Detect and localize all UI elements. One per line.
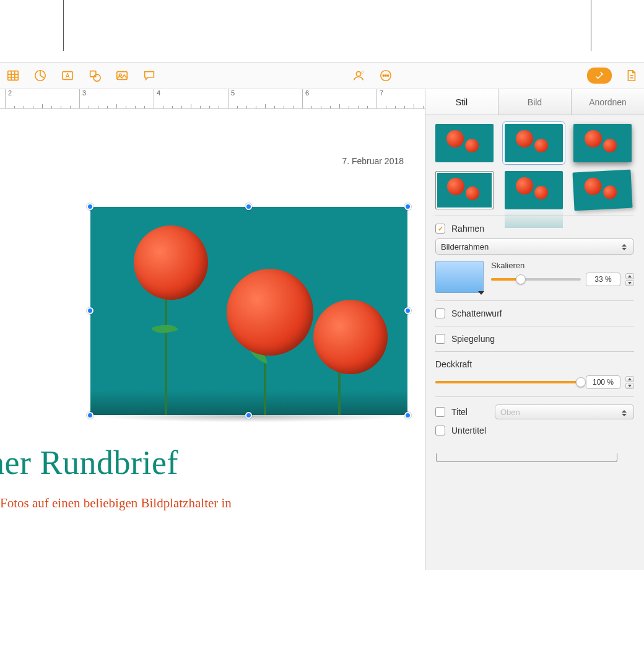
frame-label: Rahmen [451, 224, 484, 234]
document-icon[interactable] [623, 68, 639, 84]
format-inspector: Stil Bild Anordnen Rahmen Bilderrahmen [425, 89, 644, 570]
reflection-checkbox[interactable] [435, 334, 445, 344]
title-placement-value: Oben [500, 408, 520, 417]
frame-checkbox[interactable] [435, 224, 445, 234]
opacity-slider[interactable] [435, 381, 581, 383]
tab-style[interactable]: Stil [425, 89, 498, 115]
ruler-mark: 5 [228, 89, 235, 109]
scale-label: Skalieren [491, 261, 634, 270]
style-thumb[interactable] [573, 171, 632, 209]
ruler: 2 3 4 5 6 7 [0, 89, 425, 109]
collaborate-icon[interactable] [350, 68, 367, 84]
style-thumb[interactable] [505, 124, 563, 162]
chart-icon[interactable] [32, 68, 48, 84]
svg-rect-8 [90, 71, 96, 77]
document-title[interactable]: icher Rundbrief [0, 444, 178, 482]
style-thumb[interactable] [435, 171, 494, 209]
frame-type-select[interactable]: Bilderrahmen [435, 238, 634, 255]
shadow-checkbox[interactable] [435, 308, 445, 318]
document-canvas[interactable]: 7. Februar 2018 icher Rundbrief eigene F… [0, 109, 425, 570]
frame-section: Rahmen Bilderrahmen Skalieren 33 % [435, 216, 634, 300]
ruler-mark: 2 [5, 89, 12, 109]
svg-point-19 [387, 75, 388, 76]
svg-text:A: A [66, 72, 70, 79]
reflection-section: Spiegelung [435, 326, 634, 351]
scale-value[interactable]: 33 % [586, 273, 620, 286]
document-date: 7. Februar 2018 [342, 156, 404, 166]
resize-handle[interactable] [404, 307, 411, 314]
opacity-stepper[interactable] [625, 376, 634, 389]
document-subtitle[interactable]: eigene Fotos auf einen beliebigen Bildpl… [0, 493, 232, 533]
slider-knob[interactable] [516, 274, 526, 284]
tab-arrange[interactable]: Anordnen [572, 89, 644, 115]
scale-slider[interactable] [491, 278, 581, 281]
slider-knob[interactable] [576, 377, 586, 387]
chevron-updown-icon [619, 242, 630, 253]
title-placement-select[interactable]: Oben [495, 404, 634, 419]
callout-bracket [436, 453, 617, 462]
media-icon[interactable] [114, 68, 130, 84]
ruler-mark: 7 [376, 89, 383, 109]
title-label: Titel [451, 407, 489, 417]
chevron-updown-icon [619, 408, 630, 419]
selected-image[interactable] [90, 207, 407, 415]
callout-line [63, 0, 64, 51]
shadow-section: Schattenwurf [435, 300, 634, 326]
shadow-label: Schattenwurf [451, 308, 502, 318]
svg-point-9 [94, 74, 100, 81]
opacity-label: Deckkraft [435, 359, 634, 369]
frame-type-value: Bilderrahmen [441, 242, 489, 251]
frame-preview[interactable] [435, 261, 484, 293]
resize-handle[interactable] [87, 412, 94, 419]
resize-handle[interactable] [87, 307, 94, 314]
style-thumb[interactable] [435, 124, 494, 162]
table-icon[interactable] [5, 68, 21, 84]
style-thumb[interactable] [573, 124, 632, 162]
more-icon[interactable] [378, 68, 394, 84]
ruler-mark: 3 [79, 89, 86, 109]
svg-rect-0 [8, 71, 19, 81]
svg-point-18 [385, 75, 386, 76]
placeholder-photo [90, 207, 407, 415]
subtitle-line: eigene Fotos auf einen beliebigen Bildpl… [0, 496, 232, 510]
ruler-mark: 4 [154, 89, 160, 109]
toolbar: A [0, 62, 644, 89]
inspector-tabs: Stil Bild Anordnen [425, 89, 644, 115]
subtitle-label: Untertitel [451, 426, 486, 435]
style-thumbnails [435, 124, 634, 209]
subtitle-checkbox[interactable] [435, 426, 445, 435]
format-button[interactable] [587, 68, 612, 84]
title-section: Titel Oben Untertitel [435, 396, 634, 443]
resize-handle[interactable] [87, 203, 94, 210]
reflection-label: Spiegelung [451, 334, 495, 344]
blank-area [0, 570, 644, 669]
svg-point-17 [383, 75, 384, 76]
resize-handle[interactable] [245, 203, 252, 210]
shape-icon[interactable] [87, 68, 103, 84]
callout-line [591, 0, 591, 51]
resize-handle[interactable] [245, 412, 252, 419]
chevron-down-icon [478, 291, 484, 295]
svg-point-12 [356, 72, 360, 76]
opacity-section: Deckkraft 100 % [435, 351, 634, 396]
title-checkbox[interactable] [435, 407, 445, 417]
tab-image[interactable]: Bild [498, 89, 572, 115]
resize-handle[interactable] [404, 203, 411, 210]
ruler-mark: 6 [302, 89, 309, 109]
opacity-value[interactable]: 100 % [586, 375, 620, 389]
textbox-icon[interactable]: A [59, 68, 76, 84]
scale-stepper[interactable] [625, 273, 634, 286]
style-thumb[interactable] [505, 171, 563, 209]
slider-fill [435, 381, 581, 383]
resize-handle[interactable] [404, 412, 411, 419]
comment-icon[interactable] [141, 68, 157, 84]
